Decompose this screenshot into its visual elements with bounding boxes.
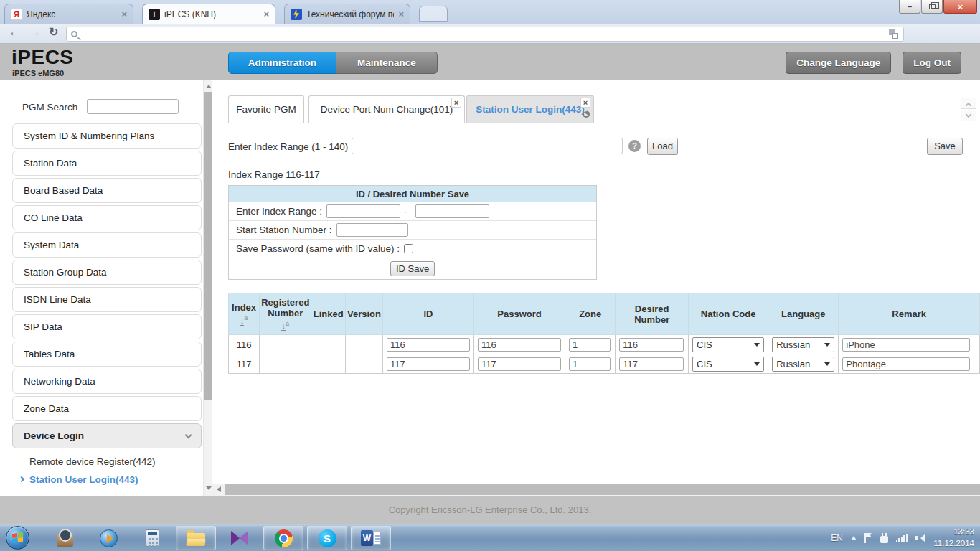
- minimize-icon: –: [908, 2, 912, 11]
- taskbar-item-calculator[interactable]: [132, 526, 172, 550]
- sort-icon[interactable]: ↓a: [281, 320, 289, 331]
- tab-favorite-pgm[interactable]: Favorite PGM: [228, 95, 304, 123]
- taskbar-item-app-box[interactable]: [44, 526, 85, 550]
- tab-close-icon[interactable]: ×: [263, 9, 269, 19]
- sidebar-item-networking-data[interactable]: Networking Data: [12, 369, 202, 394]
- pgm-search-input[interactable]: [87, 99, 179, 114]
- scroll-down-icon[interactable]: [206, 486, 212, 493]
- table-row: 117 CIS Russian: [229, 354, 980, 374]
- browser-tab-forum[interactable]: Технический форум по н ×: [284, 4, 410, 24]
- scroll-up-icon[interactable]: [206, 82, 212, 88]
- power-plug-icon[interactable]: [880, 536, 888, 543]
- nation-code-select[interactable]: CIS: [692, 357, 764, 372]
- language-select[interactable]: Russian: [772, 337, 834, 352]
- pgm-tab-bar: Favorite PGM Device Port Num Change(101)…: [212, 95, 980, 123]
- sidebar-item-station-group-data[interactable]: Station Group Data: [12, 260, 202, 285]
- tab-close-icon[interactable]: ×: [121, 9, 127, 19]
- id-input[interactable]: [387, 357, 470, 371]
- scrollbar-thumb[interactable]: [225, 484, 980, 495]
- tab-scroll-down-button[interactable]: [961, 110, 976, 121]
- nav-administration[interactable]: Administration: [228, 52, 336, 74]
- sidebar-item-tables-data[interactable]: Tables Data: [12, 342, 202, 367]
- restore-button[interactable]: [921, 0, 943, 14]
- panel-index-to-input[interactable]: [415, 204, 489, 218]
- sidebar-item-station-data[interactable]: Station Data: [12, 151, 202, 176]
- col-remark: Remark: [839, 293, 980, 335]
- network-signal-icon[interactable]: [896, 534, 908, 542]
- taskbar-clock[interactable]: 13:33 11.12.2014: [933, 527, 974, 549]
- panel-index-from-input[interactable]: [326, 204, 400, 218]
- sidebar-item-station-user-login[interactable]: Station User Login(443): [12, 471, 202, 489]
- taskbar-item-skype[interactable]: S: [307, 526, 347, 550]
- taskbar-item-chrome[interactable]: [263, 526, 303, 550]
- reload-icon[interactable]: ↻: [49, 25, 58, 39]
- yandex-favicon: Я: [11, 9, 22, 20]
- language-select[interactable]: Russian: [772, 357, 834, 372]
- scroll-left-icon[interactable]: [214, 486, 221, 492]
- sidebar-item-remote-device-register[interactable]: Remote device Register(442): [12, 453, 202, 471]
- taskbar-item-media-player[interactable]: [88, 526, 128, 550]
- nation-code-select[interactable]: CIS: [692, 337, 764, 352]
- col-registered-number[interactable]: Registered Number ↓a: [260, 293, 311, 335]
- translate-icon[interactable]: [889, 29, 899, 39]
- remark-input[interactable]: [842, 357, 970, 371]
- scrollbar-thumb[interactable]: [204, 92, 212, 400]
- password-input[interactable]: [478, 357, 561, 371]
- new-tab-button[interactable]: [419, 6, 448, 22]
- action-center-flag-icon[interactable]: [864, 533, 872, 543]
- index-range-input[interactable]: [352, 138, 623, 154]
- sidebar-item-isdn-line-data[interactable]: ISDN Line Data: [12, 287, 202, 312]
- browser-tab-yandex[interactable]: Я Яндекс ×: [4, 4, 133, 24]
- desired-number-input[interactable]: [619, 338, 684, 352]
- start-button[interactable]: [6, 526, 29, 550]
- index-range-text: Index Range 116-117: [228, 169, 320, 180]
- zone-input[interactable]: [569, 338, 611, 352]
- taskbar-item-explorer[interactable]: [176, 526, 216, 550]
- log-out-button[interactable]: Log Out: [903, 52, 961, 74]
- address-bar[interactable]: [66, 27, 904, 42]
- sidebar-item-sip-data[interactable]: SIP Data: [12, 314, 202, 339]
- load-button[interactable]: Load: [647, 138, 678, 155]
- forward-icon[interactable]: →: [29, 25, 41, 39]
- password-input[interactable]: [478, 338, 561, 352]
- browser-tab-ipecs[interactable]: i iPECS (KNH) ×: [142, 4, 275, 24]
- language-indicator[interactable]: EN: [831, 533, 843, 543]
- nav-maintenance[interactable]: Maintenance: [336, 52, 438, 74]
- tab-refresh-icon[interactable]: [583, 110, 590, 118]
- taskbar-item-word[interactable]: W: [351, 526, 391, 550]
- sidebar-item-board-based-data[interactable]: Board Based Data: [12, 178, 202, 203]
- tab-close-icon[interactable]: ×: [580, 98, 590, 108]
- sidebar-item-system-id[interactable]: System ID & Numbering Plans: [12, 123, 202, 149]
- sidebar-item-device-login[interactable]: Device Login: [12, 423, 202, 448]
- save-password-checkbox[interactable]: [404, 244, 413, 253]
- volume-icon[interactable]: [915, 534, 925, 542]
- save-button[interactable]: Save: [927, 138, 963, 155]
- id-save-button[interactable]: ID Save: [390, 261, 435, 276]
- back-icon[interactable]: ←: [9, 25, 21, 39]
- sidebar-item-zone-data[interactable]: Zone Data: [12, 396, 202, 421]
- sidebar-item-co-line-data[interactable]: CO Line Data: [12, 205, 202, 230]
- remark-input[interactable]: [842, 338, 970, 352]
- col-index[interactable]: Index ↓a: [229, 293, 260, 335]
- id-desired-number-save-panel: ID / Desired Number Save Enter Index Ran…: [228, 185, 597, 280]
- minimize-button[interactable]: –: [899, 0, 920, 14]
- help-icon[interactable]: ?: [628, 140, 641, 152]
- tab-close-icon[interactable]: ×: [451, 98, 461, 108]
- tab-station-user-login[interactable]: Station User Login(443) ×: [466, 95, 594, 123]
- tab-device-port-num-change[interactable]: Device Port Num Change(101) ×: [308, 95, 465, 123]
- content-horizontal-scrollbar[interactable]: [212, 484, 980, 496]
- sort-icon[interactable]: ↓a: [240, 314, 248, 325]
- desired-number-input[interactable]: [619, 357, 684, 371]
- address-input[interactable]: [77, 28, 889, 40]
- tab-close-icon[interactable]: ×: [398, 9, 404, 19]
- change-language-button[interactable]: Change Language: [786, 52, 891, 74]
- tab-scroll-up-button[interactable]: [961, 98, 976, 109]
- sidebar-item-system-data[interactable]: System Data: [12, 232, 202, 258]
- start-station-input[interactable]: [336, 223, 408, 237]
- id-input[interactable]: [387, 338, 470, 352]
- hidden-icons-arrow[interactable]: [851, 533, 857, 540]
- close-button[interactable]: ×: [943, 0, 977, 14]
- taskbar-item-kmplayer[interactable]: [220, 526, 260, 550]
- zone-input[interactable]: [569, 357, 611, 371]
- sidebar-scrollbar[interactable]: [203, 80, 212, 496]
